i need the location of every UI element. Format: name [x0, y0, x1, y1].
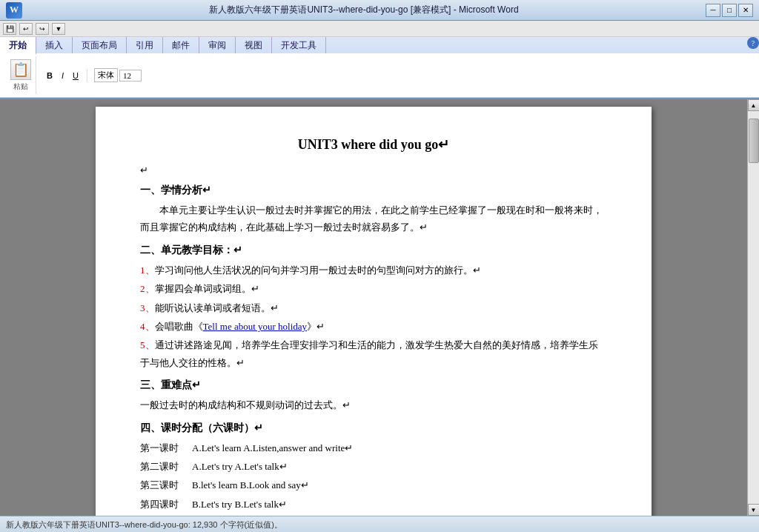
period-4-content: B.Let's try B.Let's talk↵	[192, 496, 607, 513]
list-item-3-text: 能听说认读单词或者短语。↵	[155, 302, 279, 313]
quick-access-toolbar: 💾 ↩ ↪ ▼	[0, 21, 759, 37]
underline-button[interactable]: U	[69, 69, 82, 82]
close-button[interactable]: ✕	[738, 4, 753, 17]
qa-dropdown-button[interactable]: ▼	[52, 23, 65, 35]
period-row-3: 第三课时 B.let's learn B.Look and say↵	[140, 476, 607, 493]
para-mark-1: ↵	[140, 164, 607, 176]
document-title: UNIT3 where did you go↵	[140, 136, 607, 153]
section-3-body: 一般过去时的构成结构和不规则动词的过去式。↵	[140, 396, 607, 413]
title-bar: W 新人教版六年级下册英语UNIT3--where-did-you-go [兼容…	[0, 0, 759, 21]
font-selector: 宋体 12	[90, 68, 146, 82]
section-1-heading: 一、学情分析↵	[140, 184, 607, 197]
ribbon: 开始 插入 页面布局 引用 邮件 审阅 视图 开发工具 ? 📋 粘贴 B I U…	[0, 37, 759, 99]
section-1-body: 本单元主要让学生认识一般过去时并掌握它的用法，在此之前学生已经掌握了一般现在时和…	[140, 202, 607, 236]
save-qa-button[interactable]: 💾	[3, 23, 16, 35]
document-page: UNIT3 where did you go↵ ↵ 一、学情分析↵ 本单元主要让…	[96, 107, 652, 516]
maximize-button[interactable]: □	[722, 4, 737, 17]
period-5-label: 第五课时	[140, 514, 192, 516]
status-bar: 新人教版六年级下册英语UNIT3--where-did-you-go: 12,9…	[0, 516, 759, 532]
scroll-track[interactable]	[748, 111, 759, 504]
tab-page-layout[interactable]: 页面布局	[73, 37, 127, 53]
tab-insert[interactable]: 插入	[36, 37, 73, 53]
title-bar-left: W	[6, 2, 22, 19]
redo-qa-button[interactable]: ↪	[36, 23, 49, 35]
list-item-4-end: 》↵	[307, 321, 325, 332]
paste-button[interactable]: 📋	[10, 59, 31, 80]
period-row-2: 第二课时 A.Let's try A.Let's talk↵	[140, 458, 607, 475]
section-4-heading: 四、课时分配（六课时）↵	[140, 422, 607, 435]
list-item-4: 4、会唱歌曲《Tell me about your holiday》↵	[140, 318, 607, 335]
tab-references[interactable]: 引用	[127, 37, 163, 53]
list-item-2: 2、掌握四会单词或词组。↵	[140, 280, 607, 297]
section-2-heading: 二、单元教学目标：↵	[140, 244, 607, 257]
list-item-1: 1、学习询问他人生活状况的问句并学习用一般过去时的句型询问对方的旅行。↵	[140, 262, 607, 279]
font-size-dropdown[interactable]: 12	[119, 70, 142, 82]
period-5-content: B.Read and write↵	[192, 514, 607, 516]
tab-developer[interactable]: 开发工具	[272, 37, 326, 53]
period-row-4: 第四课时 B.Let's try B.Let's talk↵	[140, 496, 607, 513]
title-bar-controls: ─ □ ✕	[706, 4, 753, 17]
list-item-1-text: 学习询问他人生活状况的问句并学习用一般过去时的句型询问对方的旅行。↵	[155, 265, 481, 276]
period-row-1: 第一课时 A.Let's learn A.Listen,answer and w…	[140, 439, 607, 456]
section-3-heading: 三、重难点↵	[140, 379, 607, 392]
tab-mailings[interactable]: 邮件	[163, 37, 199, 53]
status-text: 新人教版六年级下册英语UNIT3--where-did-you-go: 12,9…	[6, 519, 282, 531]
scroll-up-button[interactable]: ▲	[748, 99, 760, 111]
list-item-4-text: 会唱歌曲《	[155, 321, 203, 332]
period-4-label: 第四课时	[140, 496, 192, 513]
period-2-content: A.Let's try A.Let's talk↵	[192, 458, 607, 475]
period-2-label: 第二课时	[140, 458, 192, 475]
period-row-5: 第五课时 B.Read and write↵	[140, 514, 607, 516]
minimize-button[interactable]: ─	[706, 4, 720, 17]
title-bar-title: 新人教版六年级下册英语UNIT3--where-did-you-go [兼容模式…	[22, 4, 706, 16]
word-app-icon: W	[6, 2, 22, 19]
list-item-5-text: 通过讲述路途见闻，培养学生合理安排学习和生活的能力，激发学生热爱大自然的美好情感…	[140, 339, 598, 368]
list-item-5: 5、通过讲述路途见闻，培养学生合理安排学习和生活的能力，激发学生热爱大自然的美好…	[140, 336, 607, 371]
scroll-down-button[interactable]: ▼	[748, 504, 760, 516]
scroll-thumb[interactable]	[749, 119, 759, 163]
bold-button[interactable]: B	[43, 69, 56, 82]
list-item-3: 3、能听说认读单词或者短语。↵	[140, 299, 607, 316]
period-1-content: A.Let's learn A.Listen,answer and write↵	[192, 439, 607, 456]
tab-home[interactable]: 开始	[0, 37, 36, 55]
italic-button[interactable]: I	[58, 69, 67, 82]
tab-review[interactable]: 审阅	[199, 37, 236, 53]
page-area[interactable]: UNIT3 where did you go↵ ↵ 一、学情分析↵ 本单元主要让…	[0, 99, 747, 516]
list-item-2-text: 掌握四会单词或词组。↵	[155, 283, 259, 294]
song-title: Tell me about your holiday	[203, 321, 308, 332]
font-name-dropdown[interactable]: 宋体	[94, 68, 118, 82]
main-area: UNIT3 where did you go↵ ↵ 一、学情分析↵ 本单元主要让…	[0, 99, 759, 516]
vertical-scrollbar: ▲ ▼	[747, 99, 759, 516]
help-icon[interactable]: ?	[747, 37, 759, 49]
ribbon-commands: 📋 粘贴 B I U 宋体 12	[0, 53, 759, 98]
period-1-label: 第一课时	[140, 439, 192, 456]
tab-view[interactable]: 视图	[236, 37, 272, 53]
period-3-label: 第三课时	[140, 476, 192, 493]
paste-label: 粘贴	[13, 82, 28, 92]
period-3-content: B.let's learn B.Look and say↵	[192, 476, 607, 493]
ribbon-tabs: 开始 插入 页面布局 引用 邮件 审阅 视图 开发工具 ?	[0, 37, 759, 53]
undo-qa-button[interactable]: ↩	[19, 23, 33, 35]
